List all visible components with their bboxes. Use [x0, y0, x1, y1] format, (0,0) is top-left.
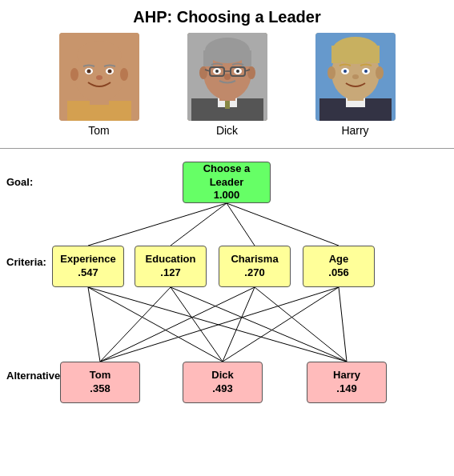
dick-photo [187, 33, 267, 121]
divider [0, 148, 454, 149]
goal-line2: 1.000 [214, 189, 240, 202]
svg-line-51 [227, 203, 255, 246]
c2-line2: .127 [160, 266, 180, 280]
svg-point-11 [96, 75, 102, 80]
svg-line-50 [171, 203, 227, 246]
svg-line-56 [100, 287, 171, 362]
dick-name: Dick [216, 124, 238, 137]
svg-point-22 [199, 66, 207, 79]
svg-line-58 [171, 287, 347, 362]
goal-line1: Choose a Leader [188, 162, 265, 190]
svg-line-61 [255, 287, 347, 362]
harry-photo [315, 33, 396, 121]
svg-point-42 [327, 66, 335, 79]
svg-point-48 [352, 74, 359, 79]
svg-point-43 [376, 66, 384, 79]
a2-line2: .493 [212, 382, 232, 396]
criteria-age: Age .056 [303, 246, 375, 287]
svg-line-54 [88, 287, 223, 362]
svg-point-5 [70, 68, 78, 81]
a1-line1: Tom [90, 369, 110, 382]
harry-name: Harry [341, 124, 368, 137]
svg-point-27 [236, 70, 239, 73]
goal-label: Goal: [6, 176, 33, 188]
svg-point-9 [86, 70, 90, 74]
c3-line2: .270 [244, 266, 264, 280]
c4-line1: Age [329, 253, 349, 266]
svg-line-55 [88, 287, 347, 362]
svg-point-6 [120, 68, 128, 81]
goal-node: Choose a Leader 1.000 [183, 162, 271, 203]
ahp-diagram: Goal: Criteria: Alternatives: Choose a L… [0, 154, 454, 426]
c1-line1: Experience [60, 253, 115, 266]
criteria-charisma: Charisma .270 [219, 246, 291, 287]
svg-line-49 [88, 203, 227, 246]
person-dick: Dick [187, 33, 267, 137]
svg-line-64 [339, 287, 347, 362]
svg-line-53 [88, 287, 100, 362]
c2-line1: Education [146, 253, 196, 266]
svg-point-4 [77, 41, 122, 70]
photos-row: Tom [0, 33, 454, 143]
a1-line2: .358 [90, 382, 110, 396]
svg-point-33 [224, 74, 231, 80]
alt-tom: Tom .358 [60, 362, 140, 403]
svg-point-10 [107, 70, 111, 74]
a2-line1: Dick [211, 369, 233, 382]
svg-line-52 [227, 203, 339, 246]
svg-line-60 [223, 287, 255, 362]
svg-rect-41 [370, 46, 380, 63]
criteria-experience: Experience .547 [52, 246, 124, 287]
svg-line-62 [100, 287, 339, 362]
svg-line-59 [100, 287, 255, 362]
svg-point-26 [215, 70, 219, 73]
svg-line-57 [171, 287, 223, 362]
svg-rect-40 [331, 46, 341, 63]
alt-harry: Harry .149 [307, 362, 387, 403]
c4-line2: .056 [328, 266, 348, 280]
c3-line1: Charisma [231, 253, 278, 266]
person-tom: Tom [59, 33, 139, 137]
tom-photo [59, 33, 139, 121]
svg-point-46 [344, 70, 347, 73]
a3-line2: .149 [336, 382, 356, 396]
tom-name: Tom [88, 124, 109, 137]
svg-line-63 [223, 287, 339, 362]
svg-point-23 [247, 66, 255, 79]
criteria-label: Criteria: [6, 256, 46, 268]
person-harry: Harry [315, 33, 396, 137]
page-title: AHP: Choosing a Leader [0, 0, 454, 33]
svg-point-47 [364, 70, 368, 73]
a3-line1: Harry [333, 369, 360, 382]
c1-line2: .547 [78, 266, 98, 280]
criteria-education: Education .127 [135, 246, 207, 287]
alt-dick: Dick .493 [183, 362, 263, 403]
